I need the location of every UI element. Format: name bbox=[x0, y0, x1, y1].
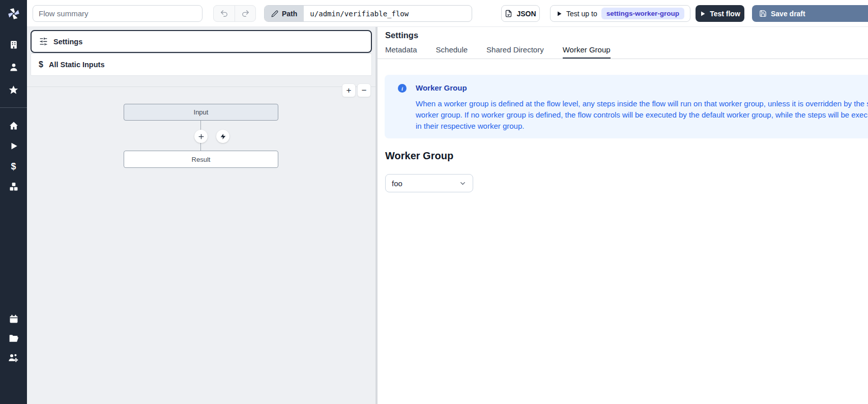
favorites-star-icon[interactable] bbox=[0, 79, 27, 100]
all-static-inputs-node[interactable]: $ All Static Inputs bbox=[31, 53, 372, 76]
runs-play-icon[interactable] bbox=[0, 136, 27, 156]
tab-schedule[interactable]: Schedule bbox=[436, 45, 468, 59]
chevron-down-icon bbox=[459, 180, 467, 187]
json-button[interactable]: JSON bbox=[501, 5, 540, 22]
sidebar: $ bbox=[0, 0, 27, 404]
schedules-calendar-icon[interactable] bbox=[0, 309, 27, 329]
path-value[interactable]: u/admin/verifiable_flow bbox=[304, 6, 472, 21]
add-step-button[interactable] bbox=[194, 130, 208, 143]
worker-group-select-value: foo bbox=[392, 179, 402, 188]
dollar-icon: $ bbox=[39, 60, 43, 69]
worker-group-info-box: i Worker Group When a worker group is de… bbox=[385, 75, 868, 138]
worker-group-select[interactable]: foo bbox=[385, 174, 473, 192]
test-up-to-button[interactable]: Test up to settings-worker-group bbox=[550, 5, 690, 22]
sliders-icon bbox=[39, 37, 48, 46]
home-icon[interactable] bbox=[0, 116, 27, 136]
resources-boxes-icon[interactable] bbox=[0, 177, 27, 197]
redo-button[interactable] bbox=[235, 6, 255, 21]
worker-group-heading: Worker Group bbox=[385, 150, 453, 162]
play-icon bbox=[700, 11, 706, 17]
app-window: $ bbox=[0, 0, 868, 404]
file-json-icon bbox=[505, 10, 512, 17]
path-group: Path u/admin/verifiable_flow bbox=[264, 5, 472, 22]
variables-dollar-icon[interactable]: $ bbox=[0, 156, 27, 177]
play-icon bbox=[556, 11, 562, 17]
tab-metadata[interactable]: Metadata bbox=[385, 45, 417, 59]
test-up-to-step-badge: settings-worker-group bbox=[601, 8, 684, 19]
info-body: When a worker group is defined at the fl… bbox=[416, 98, 868, 132]
flow-settings-node[interactable]: Settings bbox=[31, 30, 372, 53]
trigger-bolt-button[interactable] bbox=[216, 130, 229, 143]
tab-shared-directory[interactable]: Shared Directory bbox=[486, 45, 544, 59]
plus-icon bbox=[198, 133, 205, 140]
save-draft-button[interactable]: Save draft bbox=[752, 5, 868, 22]
tab-worker-group[interactable]: Worker Group bbox=[563, 45, 611, 59]
undo-button[interactable] bbox=[214, 6, 235, 21]
input-node[interactable]: Input bbox=[124, 104, 278, 121]
settings-tabs: Metadata Schedule Shared Directory Worke… bbox=[378, 45, 868, 59]
settings-panel: Settings Metadata Schedule Shared Direct… bbox=[378, 27, 868, 404]
test-flow-button[interactable]: Test flow bbox=[696, 5, 744, 22]
pencil-icon bbox=[271, 10, 278, 17]
result-node[interactable]: Result bbox=[124, 151, 278, 168]
zoom-in-button[interactable]: + bbox=[342, 83, 356, 97]
windmill-logo-icon[interactable] bbox=[0, 0, 27, 27]
save-icon bbox=[759, 10, 767, 17]
folders-icon[interactable] bbox=[0, 329, 27, 348]
topbar: Path u/admin/verifiable_flow JSON Test u… bbox=[27, 0, 868, 27]
settings-panel-title: Settings bbox=[385, 31, 418, 40]
edit-path-button[interactable]: Path bbox=[265, 6, 304, 21]
flow-editor-panel: Settings $ All Static Inputs + − Input R… bbox=[27, 27, 375, 404]
undo-redo-group bbox=[213, 5, 256, 22]
canvas-divider bbox=[27, 86, 375, 87]
zoom-out-button[interactable]: − bbox=[357, 83, 371, 97]
flow-summary-input[interactable] bbox=[33, 5, 202, 22]
path-label: Path bbox=[282, 10, 297, 18]
sidebar-divider bbox=[0, 107, 27, 108]
user-icon[interactable] bbox=[0, 57, 27, 77]
workspace-building-icon[interactable] bbox=[0, 35, 27, 55]
groups-cog-icon[interactable] bbox=[0, 348, 27, 367]
info-icon: i bbox=[398, 84, 407, 93]
info-title: Worker Group bbox=[416, 83, 467, 92]
bolt-icon bbox=[220, 133, 226, 140]
